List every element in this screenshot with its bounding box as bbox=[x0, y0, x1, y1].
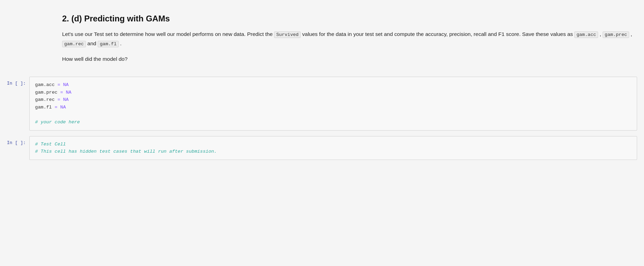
question-text: How well did the model do? bbox=[62, 55, 637, 64]
prose-after-survived: values for the data in your test set and… bbox=[301, 31, 574, 37]
gam-acc-inline-code: gam.acc bbox=[574, 31, 598, 38]
test-cell-comment-2: # This cell has hidden test cases that w… bbox=[35, 149, 217, 154]
code-line-4-eq: = bbox=[55, 105, 57, 110]
prose-paragraph: Let's use our Test set to determine how … bbox=[62, 30, 637, 48]
code-content-1: gam.acc = NA gam.prec = NA gam.rec = NA … bbox=[35, 81, 631, 126]
code-line-3-eq: = bbox=[57, 97, 60, 102]
comma2: , bbox=[629, 31, 632, 37]
code-line-1-val: NA bbox=[63, 82, 69, 87]
code-editor-1[interactable]: gam.acc = NA gam.prec = NA gam.rec = NA … bbox=[29, 77, 637, 131]
gam-prec-inline-code: gam.prec bbox=[603, 31, 629, 38]
code-line-1-eq: = bbox=[57, 82, 60, 87]
code-content-2: # Test Cell # This cell has hidden test … bbox=[35, 141, 631, 155]
gam-rec-inline-code: gam.rec bbox=[62, 41, 86, 47]
code-line-2-val: NA bbox=[66, 90, 71, 95]
test-cell-comment-1: # Test Cell bbox=[35, 142, 66, 147]
notebook-container: 2. (d) Predicting with GAMs Let's use ou… bbox=[0, 0, 644, 266]
gam-f1-inline-code: gam.fl bbox=[98, 41, 119, 47]
markdown-cell: 2. (d) Predicting with GAMs Let's use ou… bbox=[0, 10, 644, 77]
comma1: , bbox=[598, 31, 601, 37]
period: . bbox=[119, 40, 122, 46]
code-line-4-var: gam.fl bbox=[35, 105, 52, 110]
survived-inline-code: Survived bbox=[274, 31, 301, 38]
code-line-2-var: gam.prec bbox=[35, 90, 58, 95]
section-heading: 2. (d) Predicting with GAMs bbox=[62, 14, 637, 23]
code-line-1-var: gam.acc bbox=[35, 82, 55, 87]
and-text: and bbox=[86, 40, 98, 46]
cell-label-2: In [ ]: bbox=[0, 136, 29, 145]
cell-label-1: In [ ]: bbox=[0, 77, 29, 86]
code-line-4-val: NA bbox=[60, 105, 66, 110]
code-line-2-eq: = bbox=[60, 90, 63, 95]
prose-before-survived: Let's use our Test set to determine how … bbox=[62, 31, 274, 37]
code-comment-1: # your code here bbox=[35, 120, 80, 125]
code-line-3-val: NA bbox=[63, 97, 69, 102]
code-editor-2[interactable]: # Test Cell # This cell has hidden test … bbox=[29, 136, 637, 160]
code-cell-1: In [ ]: gam.acc = NA gam.prec = NA gam.r… bbox=[0, 77, 644, 131]
code-line-3-var: gam.rec bbox=[35, 97, 55, 102]
code-cell-2: In [ ]: # Test Cell # This cell has hidd… bbox=[0, 136, 644, 160]
